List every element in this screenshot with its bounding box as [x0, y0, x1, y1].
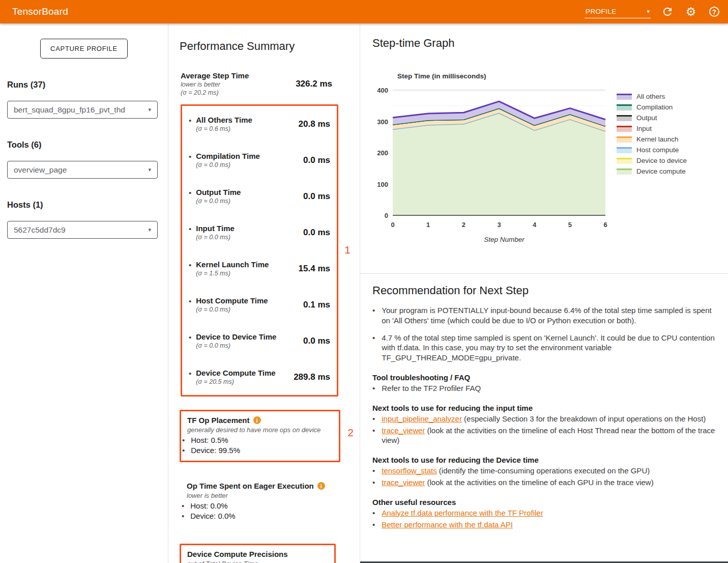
capture-profile-button[interactable]: CAPTURE PROFILE — [40, 39, 128, 59]
metric-value: 0.0 ms — [303, 228, 330, 238]
chart-xaxis-label: Step Number — [398, 236, 610, 243]
runs-select[interactable]: bert_squad_8gpu_fp16_pvt_thd ▾ — [7, 101, 158, 119]
legend-item: Compilation — [617, 102, 687, 112]
legend-swatch — [617, 126, 632, 132]
metric-label: Host Compute Time — [196, 296, 268, 305]
recommendation-title: Recommendation for Next Step — [372, 284, 718, 297]
recommendation-item: •trace_viewer (look at the activities on… — [372, 477, 718, 488]
help-icon[interactable]: ? — [708, 5, 721, 18]
average-step-time-label: Average Step Time — [181, 71, 249, 80]
refresh-icon-svg — [661, 6, 674, 18]
bullet: • — [182, 512, 184, 521]
recommendation-section-heading: Other useful resources — [372, 498, 718, 506]
tool-link[interactable]: input_pipeline_analyzer — [382, 414, 462, 423]
hosts-select-value: 5627c5dd7dc9 — [14, 226, 66, 235]
svg-text:400: 400 — [377, 87, 388, 94]
legend-label: All others — [636, 93, 665, 100]
legend-item: Kernel launch — [617, 134, 687, 145]
legend-swatch — [617, 94, 632, 100]
tf-op-placement-title: TF Op Placement — [187, 416, 250, 425]
info-icon[interactable]: i — [253, 416, 261, 424]
refresh-icon[interactable] — [661, 5, 674, 18]
recommendation-item: •Analyze tf.data performance with the TF… — [372, 508, 718, 518]
average-step-time-value: 326.2 ms — [296, 79, 332, 89]
metric-row: •Input Time(σ = 0.0 ms)0.0 ms — [182, 214, 337, 250]
tools-label: Tools (6) — [7, 140, 158, 150]
hosts-select[interactable]: 5627c5dd7dc9 ▾ — [7, 221, 158, 239]
metric-label: Compilation Time — [196, 152, 260, 160]
bullet: • — [189, 333, 191, 341]
recommendation-item-text: (look at the activities on the timeline … — [425, 478, 653, 487]
info-icon[interactable]: i — [317, 482, 325, 490]
caret-down-icon: ▾ — [148, 227, 151, 233]
legend-label: Device to device — [636, 157, 687, 164]
eager-execution-block: Op Time Spent on Eager Execution i lower… — [187, 482, 340, 521]
eager-execution-note: lower is better — [187, 492, 340, 499]
svg-text:6: 6 — [603, 221, 607, 229]
runs-select-value: bert_squad_8gpu_fp16_pvt_thd — [14, 105, 125, 115]
metric-value: 0.0 ms — [303, 191, 330, 202]
bullet: • — [372, 415, 375, 424]
metric-value: 289.8 ms — [294, 372, 330, 382]
bullet: • — [372, 306, 375, 326]
recommendation-bullet-text: Your program is POTENTIALLY input-bound … — [382, 305, 718, 326]
bullet: • — [372, 427, 375, 446]
tools-select[interactable]: overview_page ▾ — [7, 161, 158, 179]
legend-label: Output — [636, 114, 657, 122]
metric-row: •Device Compute Time(σ = 20.5 ms)289.8 m… — [182, 359, 337, 395]
bullet: • — [372, 384, 375, 393]
hosts-label: Hosts (1) — [7, 200, 158, 210]
recommendation-item-text: Refer to the TF2 Profiler FAQ — [382, 384, 481, 392]
bullet: • — [182, 446, 185, 456]
eager-execution-title: Op Time Spent on Eager Execution — [187, 482, 314, 490]
svg-text:0: 0 — [391, 221, 394, 229]
metric-sigma: (σ = 0.0 ms) — [196, 161, 260, 168]
highlight-box-3: Device Compute Precisions out of Total D… — [180, 544, 336, 563]
tool-link[interactable]: trace_viewer — [382, 478, 425, 487]
bullet: • — [372, 334, 375, 363]
legend-swatch — [617, 136, 632, 143]
legend-label: Kernel launch — [636, 135, 679, 143]
bullet: • — [182, 502, 184, 511]
recommendation-bullet: •Your program is POTENTIALLY input-bound… — [372, 305, 718, 326]
runs-label: Runs (37) — [7, 80, 158, 90]
legend-label: Host compute — [636, 146, 679, 154]
list-item-text: Host: 0.5% — [191, 435, 228, 445]
metric-sigma: (σ = 0.0 ms) — [196, 234, 235, 241]
average-step-time-note: lower is better — [181, 81, 249, 88]
legend-item: Device to device — [617, 155, 687, 166]
metric-row: •Output Time(σ = 0.0 ms)0.0 ms — [182, 178, 337, 214]
svg-text:100: 100 — [377, 181, 388, 188]
app-title: TensorBoard — [12, 6, 68, 17]
legend-swatch — [617, 104, 632, 110]
metric-label: Kernel Launch Time — [196, 260, 269, 269]
gear-icon[interactable]: ⚙ — [684, 5, 697, 18]
metric-row: •All Others Time(σ = 0.6 ms)20.8 ms — [182, 106, 337, 142]
metric-sigma: (σ = 0.6 ms) — [196, 125, 252, 132]
list-item-text: Host: 0.0% — [190, 501, 227, 511]
metric-row: •Host Compute Time(σ = 0.0 ms)0.1 ms — [182, 287, 337, 323]
dashboard-select[interactable]: PROFILE ▾ — [585, 6, 651, 18]
device-precisions-title: Device Compute Precisions — [187, 550, 288, 558]
bullet: • — [189, 370, 191, 377]
metric-sigma: (σ = 0.0 ms) — [196, 342, 276, 349]
tool-link[interactable]: Better performance with the tf.data API — [382, 520, 513, 529]
tool-link[interactable]: tensorflow_stats — [382, 466, 436, 475]
legend-swatch — [617, 168, 632, 175]
performance-summary-title: Performance Summary — [168, 40, 360, 53]
bullet: • — [189, 261, 191, 269]
device-precisions-note: out of Total Device Time — [187, 560, 328, 563]
recommendation-item: •trace_viewer (look at the activities on… — [372, 426, 718, 446]
metric-sigma: (σ = 0.0 ms) — [196, 198, 241, 205]
highlight-box-2: TF Op Placement i generally desired to h… — [180, 410, 340, 462]
recommendation-item-text: (identify the time-consuming operations … — [437, 466, 650, 475]
list-item: •Host: 0.0% — [187, 501, 340, 511]
tool-link[interactable]: trace_viewer — [382, 426, 425, 435]
legend-item: All others — [617, 91, 687, 102]
average-step-time-sigma: (σ = 20.2 ms) — [181, 89, 249, 96]
average-step-time: Average Step Time lower is better (σ = 2… — [181, 71, 332, 96]
legend-swatch — [617, 115, 632, 121]
tool-link[interactable]: Analyze tf.data performance with the TF … — [382, 509, 543, 517]
recommendation-section-heading: Tool troubleshooting / FAQ — [372, 373, 718, 382]
svg-text:0: 0 — [385, 212, 388, 219]
